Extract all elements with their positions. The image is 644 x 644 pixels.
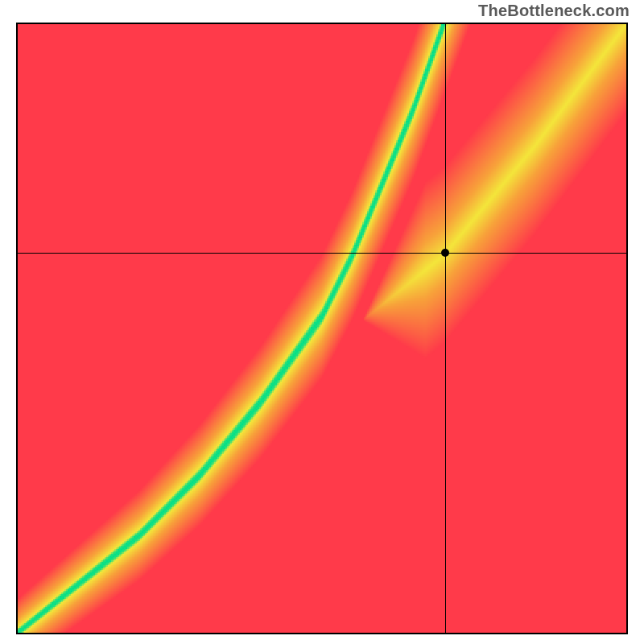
heatmap-canvas [18, 24, 626, 633]
chart-container: TheBottleneck.com [0, 0, 644, 644]
plot-area [16, 23, 628, 634]
watermark-text: TheBottleneck.com [478, 2, 630, 20]
